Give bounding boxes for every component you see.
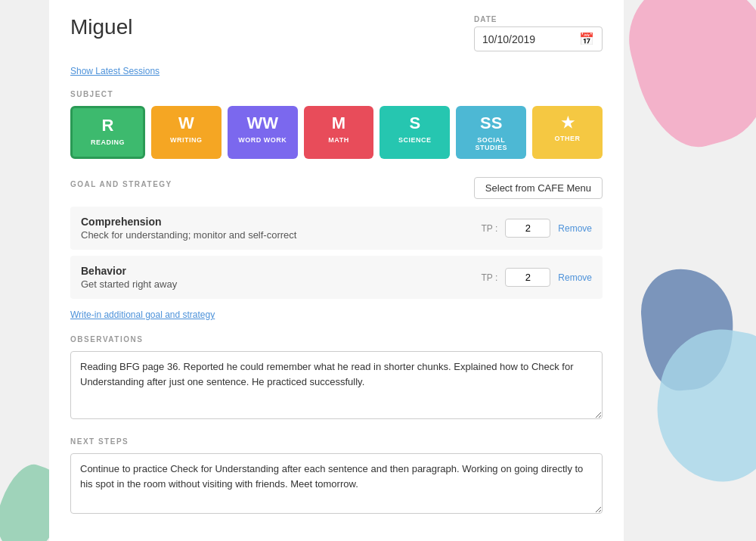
show-latest-sessions-link[interactable]: Show Latest Sessions: [70, 66, 160, 76]
goal-text-behavior: Behavior Get started right away: [81, 265, 482, 290]
calendar-icon[interactable]: 📅: [579, 32, 594, 46]
goal-row-behavior: Behavior Get started right away TP : Rem…: [70, 256, 603, 299]
wordwork-name: WORD WORK: [238, 136, 287, 144]
main-panel: Miguel DATE 10/10/2019 📅 Show Latest Ses…: [49, 0, 624, 541]
observations-textarea[interactable]: Reading BFG page 36. Reported he could r…: [70, 351, 603, 419]
goal-text-comprehension: Comprehension Check for understanding; m…: [81, 216, 482, 241]
reading-name: READING: [91, 138, 125, 146]
goal-section-label: GOAL AND STRATEGY: [70, 180, 172, 188]
goal-row-comprehension: Comprehension Check for understanding; m…: [70, 207, 603, 250]
observations-label: OBSERVATIONS: [70, 335, 603, 344]
writing-name: WRITING: [170, 136, 203, 144]
goal-right-comprehension: TP : Remove: [482, 219, 592, 238]
next-steps-label: NEXT STEPS: [70, 437, 603, 446]
science-letter: S: [410, 113, 421, 133]
date-input-wrapper[interactable]: 10/10/2019 📅: [474, 26, 603, 51]
wordwork-letter: WW: [246, 113, 278, 133]
subject-button-wordwork[interactable]: WW WORD WORK: [228, 106, 298, 159]
goal-desc-comprehension: Check for understanding; monitor and sel…: [81, 229, 482, 241]
goal-title-behavior: Behavior: [81, 265, 482, 277]
date-label: DATE: [474, 15, 497, 23]
date-section: DATE 10/10/2019 📅: [474, 15, 603, 51]
subjects-row: R READING W WRITING WW WORD WORK M MATH …: [70, 106, 603, 159]
remove-link-comprehension[interactable]: Remove: [558, 223, 592, 234]
header-row: Miguel DATE 10/10/2019 📅: [70, 15, 603, 51]
subject-button-socialstudies[interactable]: SS SOCIAL STUDIES: [456, 106, 526, 159]
next-steps-textarea[interactable]: Continue to practice Check for Understan…: [70, 453, 603, 514]
goal-header: GOAL AND STRATEGY Select from CAFE Menu: [70, 177, 603, 199]
subject-button-writing[interactable]: W WRITING: [151, 106, 222, 159]
science-name: SCIENCE: [398, 136, 432, 144]
goal-title-comprehension: Comprehension: [81, 216, 482, 228]
tp-label-behavior: TP :: [482, 272, 498, 283]
select-from-cafe-button[interactable]: Select from CAFE Menu: [474, 177, 603, 199]
date-value: 10/10/2019: [482, 33, 535, 45]
reading-letter: R: [101, 116, 113, 135]
remove-link-behavior[interactable]: Remove: [558, 272, 592, 283]
subject-button-reading[interactable]: R READING: [70, 106, 145, 159]
math-letter: M: [332, 113, 345, 133]
observations-section: OBSERVATIONS Reading BFG page 36. Report…: [70, 335, 603, 422]
other-star-icon: ★: [561, 113, 575, 132]
writing-letter: W: [178, 113, 194, 133]
next-steps-section: NEXT STEPS Continue to practice Check fo…: [70, 437, 603, 517]
goal-desc-behavior: Get started right away: [81, 278, 482, 290]
subject-button-math[interactable]: M MATH: [304, 106, 374, 159]
subject-button-science[interactable]: S SCIENCE: [380, 106, 450, 159]
goal-right-behavior: TP : Remove: [482, 268, 592, 287]
socialstudies-letter: SS: [480, 113, 502, 133]
tp-input-behavior[interactable]: [505, 268, 550, 287]
socialstudies-name: SOCIAL STUDIES: [460, 136, 522, 151]
write-in-goal-link[interactable]: Write-in additional goal and strategy: [70, 309, 215, 320]
student-name: Miguel: [70, 15, 132, 39]
other-name: OTHER: [555, 135, 581, 142]
subject-section-label: SUBJECT: [70, 90, 603, 98]
subject-button-other[interactable]: ★ OTHER: [532, 106, 603, 159]
tp-input-comprehension[interactable]: [505, 219, 550, 238]
math-name: MATH: [328, 136, 349, 144]
paint-stroke-pink: [616, 0, 756, 159]
tp-label-comprehension: TP :: [482, 223, 498, 234]
